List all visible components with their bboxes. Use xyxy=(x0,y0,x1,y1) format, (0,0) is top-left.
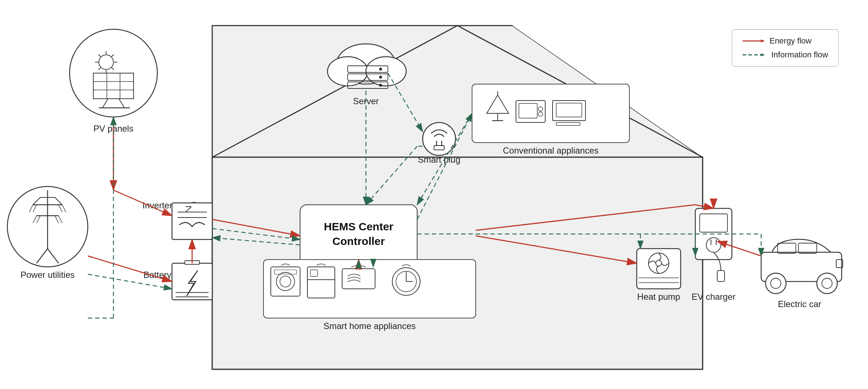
smart-plug-icon xyxy=(423,122,456,155)
electric-car-label: Electric car xyxy=(778,299,822,309)
energy-legend: Energy flow xyxy=(742,36,828,46)
svg-point-77 xyxy=(396,271,416,292)
svg-rect-51 xyxy=(519,103,537,118)
svg-marker-128 xyxy=(761,39,764,42)
svg-point-3 xyxy=(99,55,113,69)
heat-pump-icon xyxy=(637,249,681,289)
svg-point-43 xyxy=(379,84,382,87)
svg-point-36 xyxy=(328,57,368,86)
svg-rect-96 xyxy=(836,260,843,268)
svg-rect-72 xyxy=(307,267,335,298)
pv-panels-label: PV panels xyxy=(93,124,133,133)
svg-rect-40 xyxy=(348,82,388,88)
svg-rect-50 xyxy=(516,101,545,122)
svg-rect-12 xyxy=(93,73,134,99)
svg-point-81 xyxy=(656,260,662,266)
svg-line-121 xyxy=(417,113,472,219)
svg-line-25 xyxy=(29,205,33,212)
svg-line-26 xyxy=(33,205,37,212)
svg-marker-130 xyxy=(761,53,765,56)
smart-home-box xyxy=(263,260,476,318)
svg-marker-65 xyxy=(187,271,198,296)
svg-rect-71 xyxy=(274,270,296,274)
svg-rect-55 xyxy=(556,103,582,117)
svg-rect-57 xyxy=(556,122,580,125)
svg-point-41 xyxy=(379,68,382,71)
svg-line-24 xyxy=(55,197,62,205)
svg-line-106 xyxy=(695,205,714,208)
hems-box xyxy=(300,205,417,267)
svg-marker-0 xyxy=(212,26,703,157)
server-label: Server xyxy=(353,96,379,106)
battery-icon xyxy=(172,263,212,300)
svg-point-91 xyxy=(771,278,781,288)
svg-line-17 xyxy=(102,99,108,108)
svg-line-27 xyxy=(62,205,66,212)
svg-line-34 xyxy=(37,249,48,263)
smart-plug-label: Smart plug xyxy=(418,155,460,165)
svg-marker-1 xyxy=(212,26,703,157)
svg-line-31 xyxy=(59,216,62,223)
svg-text:~: ~ xyxy=(192,198,197,206)
heat-pump-label: Heat pump xyxy=(637,292,680,302)
svg-line-30 xyxy=(37,216,40,223)
legend-box: Energy flow Information flow xyxy=(732,29,839,67)
svg-line-11 xyxy=(98,68,101,70)
battery-label: Battery xyxy=(143,270,171,280)
svg-rect-88 xyxy=(717,271,725,282)
house-shape xyxy=(212,26,703,369)
ev-charger-icon xyxy=(695,208,732,260)
svg-line-110 xyxy=(388,73,423,132)
svg-line-28 xyxy=(59,205,62,212)
svg-rect-39 xyxy=(348,74,388,80)
svg-rect-74 xyxy=(310,270,318,276)
svg-point-53 xyxy=(538,112,543,116)
svg-line-103 xyxy=(476,236,637,263)
svg-line-109 xyxy=(366,146,417,205)
svg-rect-89 xyxy=(761,252,842,282)
svg-rect-68 xyxy=(271,267,300,296)
svg-rect-2 xyxy=(212,157,703,369)
svg-line-18 xyxy=(119,99,124,108)
smart-home-label: Smart home appliances xyxy=(323,321,416,331)
svg-line-101 xyxy=(88,256,172,282)
svg-point-70 xyxy=(280,276,291,287)
svg-line-112 xyxy=(212,238,300,245)
svg-rect-94 xyxy=(778,243,796,253)
svg-line-115 xyxy=(417,113,472,205)
info-legend: Information flow xyxy=(742,50,828,60)
svg-rect-46 xyxy=(434,146,444,150)
electric-car-icon xyxy=(761,239,843,294)
info-flow-icon xyxy=(742,52,766,58)
hems-title-line2: Controller xyxy=(332,235,385,247)
svg-line-9 xyxy=(112,68,114,70)
inverter-icon xyxy=(172,203,212,239)
svg-line-105 xyxy=(476,205,695,230)
conventional-appliances-box xyxy=(472,84,629,143)
conventional-appliances-label: Conventional appliances xyxy=(503,146,599,155)
svg-rect-54 xyxy=(553,101,585,121)
svg-point-90 xyxy=(766,273,786,294)
svg-line-32 xyxy=(55,216,59,223)
svg-point-93 xyxy=(822,278,832,288)
svg-point-37 xyxy=(366,57,406,86)
svg-line-23 xyxy=(33,197,40,205)
svg-line-10 xyxy=(112,54,114,57)
pv-panels-icon xyxy=(70,29,157,117)
svg-line-98 xyxy=(113,190,172,216)
svg-line-99 xyxy=(212,219,300,236)
hems-title-line1: HEMS Center xyxy=(324,220,393,233)
svg-line-8 xyxy=(98,54,101,57)
svg-point-92 xyxy=(817,273,837,294)
svg-line-111 xyxy=(212,229,300,239)
svg-point-85 xyxy=(706,238,721,252)
svg-rect-64 xyxy=(185,261,199,264)
ev-charger-label: EV charger xyxy=(692,292,736,302)
energy-flow-text: Energy flow xyxy=(770,36,812,46)
inverter-label: Inverter xyxy=(142,200,172,210)
energy-flow-icon xyxy=(742,38,764,44)
svg-point-76 xyxy=(392,268,420,295)
svg-line-29 xyxy=(33,216,37,223)
server-cloud-icon xyxy=(337,44,395,84)
svg-rect-75 xyxy=(342,269,375,289)
